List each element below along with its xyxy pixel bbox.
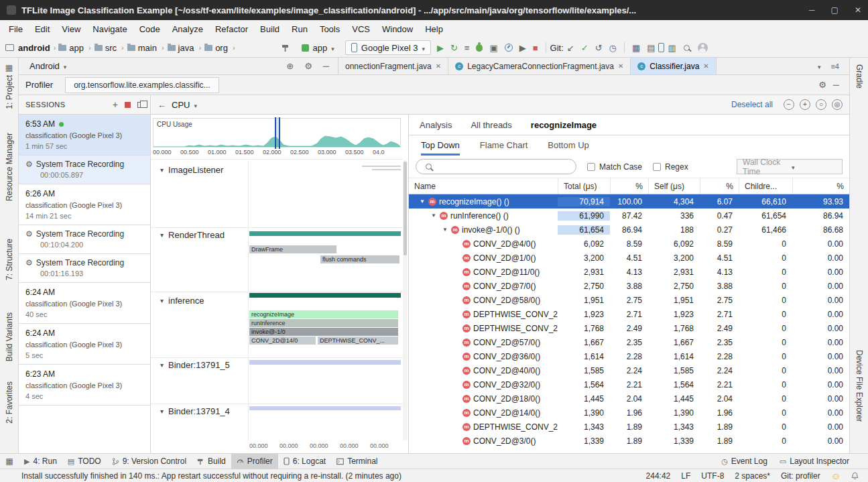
tab-classifier[interactable]: c Classifier.java	[631, 58, 716, 74]
thread-state-bar[interactable]	[249, 293, 401, 298]
session-item[interactable]: 6:26 AM classification (Google Pixel 3) …	[19, 184, 150, 225]
notifications-bell-icon[interactable]	[851, 472, 859, 480]
table-row[interactable]: m CONV_2D@40/0() 1,585 2.24 1,585 2.24 0…	[409, 363, 849, 377]
sidebar-item-structure[interactable]: 7: Structure	[5, 239, 14, 280]
stop-button[interactable]: ■	[530, 43, 542, 53]
toolwindow-profiler[interactable]: Profiler	[231, 454, 278, 469]
run-config-selector[interactable]: app	[296, 40, 340, 55]
tool-window-switcher-icon[interactable]: ▦	[0, 457, 19, 466]
menu-item[interactable]: View	[56, 20, 86, 38]
apply-code-changes-button[interactable]: ≡	[461, 43, 473, 53]
expand-icon[interactable]	[431, 213, 437, 219]
zoom-in-icon[interactable]: +	[800, 99, 810, 110]
toolwindow-build[interactable]: Build	[192, 454, 231, 469]
expand-triangle-icon[interactable]	[160, 361, 164, 369]
table-row[interactable]: m CONV_2D@32/0() 1,564 2.21 1,564 2.21 0…	[409, 377, 849, 391]
match-case-checkbox[interactable]: Match Case	[587, 162, 642, 172]
menu-item[interactable]: Refactor	[209, 20, 254, 38]
table-row[interactable]: m CONV_2D@3/0() 1,339 1.89 1,339 1.89 0 …	[409, 434, 849, 448]
layout-inspector-button[interactable]: ▭ Layout Inspector	[780, 457, 849, 466]
menu-item[interactable]: File	[3, 20, 29, 38]
selection-range[interactable]	[275, 117, 280, 149]
avd-manager-icon[interactable]: ▤	[643, 43, 658, 53]
toolwindow-version-control[interactable]: 9: Version Control	[107, 454, 192, 469]
checkbox-icon[interactable]	[587, 163, 595, 171]
session-item[interactable]: 6:24 AM classification (Google Pixel 3) …	[19, 283, 150, 324]
add-session-icon[interactable]	[113, 99, 118, 110]
toolwindow-todo[interactable]: ▤ TODO	[62, 454, 107, 469]
menu-item[interactable]: Navigate	[86, 20, 133, 38]
thread-state-bar[interactable]	[249, 406, 401, 410]
table-row[interactable]: m CONV_2D@1/0() 3,200 4.51 3,200 4.51 0 …	[409, 251, 849, 265]
toolwindow-logcat[interactable]: 6: Logcat	[278, 454, 331, 469]
table-row[interactable]: m DEPTHWISE_CONV_2D 1,768 2.49 1,768 2.4…	[409, 321, 849, 335]
history-icon[interactable]: ◷	[606, 43, 620, 53]
event-log-button[interactable]: ◷ Event Log	[721, 457, 767, 466]
deselect-all-link[interactable]: Deselect all	[731, 100, 773, 109]
hide-panel-icon[interactable]: ─	[830, 80, 843, 90]
expand-triangle-icon[interactable]	[160, 408, 164, 415]
table-row[interactable]: m invoke@-1/0() () 61,654 86.94 188 0.27…	[409, 223, 849, 237]
commit-icon[interactable]: ✓	[578, 43, 592, 53]
threads-scrollbar[interactable]	[403, 160, 408, 440]
table-row[interactable]: m CONV_2D@11/0() 2,931 4.13 2,931 4.13 0…	[409, 265, 849, 279]
profile-button[interactable]	[505, 44, 513, 52]
close-icon[interactable]	[436, 62, 441, 70]
filter-input[interactable]	[416, 159, 576, 174]
column-self-pct[interactable]: %	[700, 178, 739, 194]
breadcrumb-item[interactable]: java	[168, 43, 204, 53]
sidebar-item-build-variants[interactable]: Build Variants	[5, 312, 14, 361]
menu-item[interactable]: Window	[376, 20, 419, 38]
column-self[interactable]: Self (μs)	[648, 178, 700, 194]
search-everywhere-icon[interactable]	[684, 45, 690, 51]
expand-triangle-icon[interactable]	[160, 231, 164, 239]
revert-icon[interactable]: ↺	[592, 43, 606, 53]
thread-activity-bar[interactable]	[372, 169, 401, 170]
session-item[interactable]: 6:24 AM classification (Google Pixel 3) …	[19, 324, 150, 365]
tab-analysis[interactable]: Analysis	[420, 120, 452, 130]
thread-binder-5[interactable]: Binder:13791_5	[160, 360, 230, 370]
maximize-window-button[interactable]: ▢	[831, 5, 839, 15]
menu-item[interactable]: VCS	[346, 20, 376, 38]
sdk-manager-icon[interactable]: ▥	[664, 43, 679, 53]
clock-type-dropdown[interactable]: Wall Clock Time	[737, 159, 843, 174]
git-branch[interactable]: Git: profiler	[781, 471, 820, 481]
hidden-tabs-icon[interactable]	[818, 61, 821, 71]
subtab-top-down[interactable]: Top Down	[421, 140, 460, 156]
subtab-flame-chart[interactable]: Flame Chart	[480, 140, 528, 156]
thread-imagelistener[interactable]: ImageListener	[160, 165, 223, 175]
close-icon[interactable]	[618, 62, 623, 70]
trace-event-depthwise-conv[interactable]: DEPTHWISE_CONV_...	[318, 337, 398, 345]
session-item[interactable]: 6:23 AM classification (Google Pixel 3) …	[19, 365, 150, 406]
menu-item[interactable]: Run	[286, 20, 314, 38]
expand-icon[interactable]	[420, 198, 426, 204]
session-item[interactable]: System Trace Recording 00:10:04.200	[19, 225, 150, 254]
build-hammer-icon[interactable]	[278, 44, 294, 52]
feedback-smiley-icon[interactable]	[831, 471, 841, 481]
sidebar-item-gradle[interactable]: Gradle	[855, 64, 864, 88]
close-icon[interactable]	[703, 62, 708, 70]
breadcrumb-item[interactable]: org	[204, 43, 237, 53]
table-row[interactable]: m CONV_2D@58/0() 1,951 2.75 1,951 2.75 0…	[409, 293, 849, 307]
expand-triangle-icon[interactable]	[160, 166, 164, 174]
trace-event-recognizeimage[interactable]: recognizeImage	[249, 310, 398, 318]
run-button[interactable]: ▶	[434, 43, 447, 53]
column-children[interactable]: Childre...	[739, 178, 792, 194]
sidebar-item-device-file-explorer[interactable]: Device File Explorer	[855, 350, 864, 422]
breadcrumb-item[interactable]: main	[127, 43, 166, 53]
thread-state-bar[interactable]	[249, 360, 401, 365]
device-manager-icon[interactable]	[658, 43, 664, 52]
settings-gear-icon[interactable]: ⚙	[301, 61, 316, 71]
tab-camera-connection-fragment[interactable]: onnectionFragment.java	[338, 58, 448, 74]
menu-item[interactable]: Code	[133, 20, 166, 38]
table-row[interactable]: m DEPTHWISE_CONV_2D 1,923 2.71 1,923 2.7…	[409, 307, 849, 321]
indent-setting[interactable]: 2 spaces*	[735, 471, 770, 481]
tab-recognizeimage[interactable]: recognizeImage	[531, 120, 597, 130]
zoom-out-icon[interactable]: −	[784, 99, 794, 110]
trace-event-conv2d[interactable]: CONV_2D@14/0	[249, 337, 316, 345]
trace-event-invoke[interactable]: invoke@-1/0	[249, 328, 398, 336]
table-row[interactable]: m CONV_2D@4/0() 6,092 8.59 6,092 8.59 0 …	[409, 237, 849, 251]
menu-item[interactable]: Edit	[29, 20, 56, 38]
debug-button[interactable]	[476, 44, 483, 52]
close-window-button[interactable]: ✕	[855, 5, 861, 15]
